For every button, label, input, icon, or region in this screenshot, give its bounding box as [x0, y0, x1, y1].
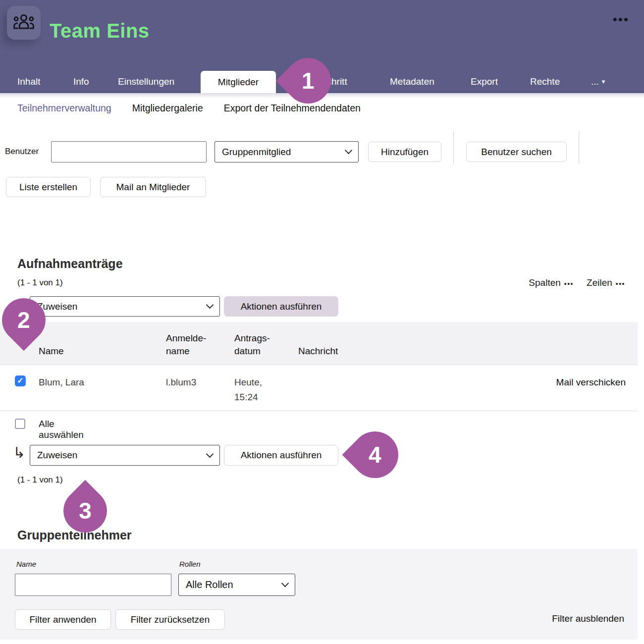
filter-zuruecksetzen-button[interactable]: Filter zurücksetzen — [115, 609, 225, 630]
group-people-icon — [13, 13, 35, 32]
callout-4: 4 — [342, 422, 408, 488]
tab-rechte[interactable]: Rechte — [530, 70, 560, 93]
filter-name-label: Name — [16, 560, 36, 568]
table-row: ✓ Blum, Lara l.blum3 Heute, 15:24 Mail v… — [0, 365, 638, 411]
check-icon: ✓ — [17, 376, 23, 385]
tab-inhalt[interactable]: Inhalt — [17, 70, 40, 93]
mail-verschicken-link[interactable]: Mail verschicken — [556, 375, 626, 390]
aktionen-ausfuehren-button-bottom[interactable]: Aktionen ausführen — [224, 445, 338, 466]
subnav: Teilnehmerverwaltung Mitgliedergalerie E… — [17, 103, 361, 114]
mail-an-mitglieder-button[interactable]: Mail an Mitglieder — [100, 177, 206, 197]
bulk-action-select-bottom[interactable]: Zuweisen — [30, 445, 220, 466]
chevron-down-icon — [206, 450, 214, 458]
chevron-down-icon: ▾ — [602, 78, 605, 85]
group-avatar — [7, 6, 41, 40]
table-config-row: Spalten ••• Zeilen ••• — [529, 277, 625, 288]
tab-more[interactable]: ...▾ — [591, 70, 605, 93]
requests-count-bottom: (1 - 1 von 1) — [17, 475, 63, 485]
divider — [579, 131, 579, 164]
select-all-checkbox[interactable] — [15, 419, 25, 429]
tab-mitglieder-selected[interactable]: Mitglieder — [201, 71, 276, 93]
filter-panel: Name Rollen Alle Rollen Filter anwenden … — [0, 549, 638, 640]
aktionen-ausfuehren-button-top[interactable]: Aktionen ausführen — [224, 296, 338, 317]
benutzer-label: Benutzer — [5, 147, 39, 157]
row-checkbox-checked[interactable]: ✓ — [15, 376, 26, 386]
hinzufuegen-button[interactable]: Hinzufügen — [368, 142, 441, 162]
cell-name: Blum, Lara — [39, 375, 84, 390]
chevron-down-icon — [206, 301, 214, 309]
column-header-anmeldename: Anmelde- name — [166, 332, 206, 358]
subnav-teilnehmerverwaltung[interactable]: Teilnehmerverwaltung — [17, 103, 111, 114]
divider — [453, 131, 454, 164]
benutzer-suchen-button[interactable]: Benutzer suchen — [466, 142, 567, 162]
filter-ausblenden-link[interactable]: Filter ausblenden — [552, 613, 624, 624]
rollen-select-value: Alle Rollen — [186, 579, 233, 590]
select-all-label: Alle auswählen — [39, 419, 84, 440]
rollen-select[interactable]: Alle Rollen — [178, 574, 295, 596]
tab-metadaten[interactable]: Metadaten — [390, 70, 434, 93]
zeilen-menu[interactable]: Zeilen ••• — [587, 277, 625, 288]
filter-name-input[interactable] — [15, 574, 171, 596]
spalten-menu[interactable]: Spalten ••• — [529, 277, 574, 288]
participants-section-title: Gruppenteilnehmer — [17, 528, 132, 542]
chevron-down-icon — [281, 580, 289, 588]
liste-erstellen-button[interactable]: Liste erstellen — [6, 177, 91, 197]
filter-anwenden-button[interactable]: Filter anwenden — [15, 609, 111, 630]
apply-to-selection-arrow-icon: ↳ — [13, 444, 25, 461]
subnav-mitgliedergalerie[interactable]: Mitgliedergalerie — [132, 103, 203, 114]
column-header-name: Name — [39, 345, 64, 358]
benutzer-input[interactable] — [51, 141, 207, 162]
page-title: Team Eins — [50, 20, 150, 42]
filter-rollen-label: Rollen — [179, 560, 201, 568]
header-kebab-menu-icon[interactable]: ••• — [613, 12, 629, 27]
cell-login: l.blum3 — [166, 375, 196, 390]
chevron-down-icon — [345, 147, 353, 155]
tab-einstellungen[interactable]: Einstellungen — [118, 70, 174, 93]
bulk-action-select-top[interactable]: Zuweisen — [30, 296, 220, 317]
cell-date: Heute, 15:24 — [234, 375, 262, 405]
page: Team Eins ••• Inhalt Info Einstellungen … — [0, 0, 644, 644]
tab-export[interactable]: Export — [471, 70, 498, 93]
subnav-export-teilnehmendendaten[interactable]: Export der Teilnehmendendaten — [224, 103, 361, 114]
kebab-horizontal-icon: ••• — [564, 278, 574, 288]
tab-info[interactable]: Info — [73, 70, 89, 93]
column-header-antragsdatum: Antrags- datum — [234, 332, 270, 358]
requests-table-header: Name Anmelde- name Antrags- datum Nachri… — [0, 322, 638, 365]
kebab-horizontal-icon: ••• — [616, 278, 625, 288]
requests-count: (1 - 1 von 1) — [17, 278, 63, 288]
column-header-nachricht: Nachricht — [298, 345, 338, 358]
role-select[interactable]: Gruppenmitglied — [215, 141, 359, 162]
role-select-value: Gruppenmitglied — [222, 147, 291, 158]
requests-section-title: Aufnahmeanträge — [17, 257, 123, 271]
bulk-action-value-bottom: Zuweisen — [37, 450, 77, 461]
